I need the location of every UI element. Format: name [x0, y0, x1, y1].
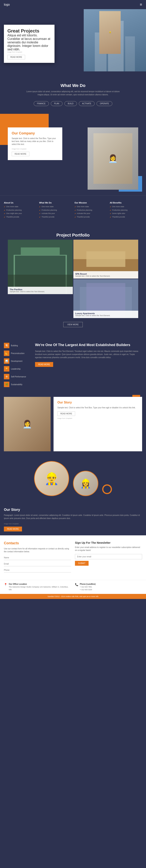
portfolio-item-spa: SPA Resort Sample text. Click to select … [74, 240, 138, 279]
footer-text: Sandals ©2012 - 2014 Anders Ade Pink, vi… [48, 595, 98, 597]
story1-read-more-button[interactable]: READ MORE [57, 411, 75, 416]
col-whatwedo-item3: ✔Activate this pour [39, 212, 71, 215]
contact-name-input[interactable] [4, 555, 71, 560]
col-whatwedo-item4: ✔Thankful provide [39, 216, 71, 218]
pill-plan[interactable]: PLAN [51, 101, 62, 106]
company-read-more-button[interactable]: READ MORE [12, 152, 29, 156]
what-we-do-description: Lorem ipsum dolor sit amet, consectetur … [24, 90, 122, 96]
contact-email-input[interactable] [4, 562, 71, 566]
location-icon: 📍 [4, 583, 7, 586]
story2-image-label: Image from Unsplash [4, 523, 142, 525]
story1-description: Sample text. Click to select the Text Bo… [57, 406, 138, 409]
col-about-item3: ✔One might also your [4, 212, 36, 215]
col-mission-item1: ✔One more state [75, 206, 107, 208]
info-columns: About Us ✔One more state ✔Productive pla… [0, 195, 146, 225]
hero-card: Great Projects Aliqua eid elit lobortis.… [4, 25, 55, 63]
portfolio-right-col: SPA Resort Sample text. Click to select … [74, 240, 138, 318]
portfolio-desc-pavilion: Sample text. Click to select the Text El… [10, 291, 71, 292]
address-phone-text: Phone (Landline) + 312 633 7891 + 312 63… [80, 583, 95, 591]
newsletter-submit-button[interactable]: SUBMIT [75, 561, 89, 566]
company-description: Sample text. Click to select the Text Bo… [12, 137, 58, 146]
portfolio-desc-apartments: Sample text. Click to select the Text El… [75, 315, 137, 316]
address-office-text: Our Office Location The Awesome Design S… [9, 583, 71, 591]
address-row: 📍 Our Office Location The Awesome Design… [0, 580, 146, 594]
col-about-item4: ✔Thankful provide [4, 216, 36, 218]
company-title: Our Company [12, 131, 58, 135]
portfolio-name-pavilion: The Pavilion [10, 288, 71, 291]
company-person-image: 👩‍💼 [88, 127, 138, 190]
builders-icon-sustainability: 🌿 Sustainability [4, 382, 31, 387]
footer: Sandals ©2012 - 2014 Anders Ade Pink, vi… [0, 594, 146, 599]
story2-read-more-button[interactable]: READ MORE [4, 527, 22, 531]
builders-section: 🏗 Building 📐 Preconstruction 📊 Developme… [0, 339, 146, 391]
builders-icon-building: 🏗 Building [4, 343, 31, 348]
builders-label-building: Building [11, 344, 18, 347]
story1-card: 👩‍💼 Our Story Sample text. Click to sele… [4, 397, 142, 451]
portfolio-label-pavilion: The Pavilion Sample text. Click to selec… [8, 287, 73, 294]
builders-read-more-button[interactable]: READ MORE [35, 362, 53, 367]
builders-label-development: Development [11, 360, 22, 362]
office-title: Our Office Location [9, 583, 71, 585]
contacts-section: Contacts Use our contact form for all in… [0, 535, 146, 580]
pill-build[interactable]: BUILD [64, 101, 77, 106]
view-more-button[interactable]: VIEW MORE [63, 322, 83, 327]
portrait-2: 👷‍♀️ [73, 471, 98, 496]
contacts-title: Contacts [4, 541, 71, 545]
svg-rect-4 [86, 251, 125, 267]
portfolio-item-apartments: Luxury Apartments Sample text. Click to … [74, 279, 138, 318]
builders-title: We're One Of The Largest And Most Establ… [35, 343, 142, 347]
col-benefits-item1: ✔One more state [110, 206, 142, 208]
newsletter-email-input[interactable] [75, 554, 142, 559]
development-icon: 📊 [4, 358, 9, 364]
pill-activate[interactable]: ACTIVATE [79, 101, 95, 106]
navbar: logo ≡ [0, 0, 146, 9]
newsletter-section: Sign Up For The Newsletter Enter your em… [75, 541, 142, 574]
pill-finance[interactable]: FINANCE [34, 101, 49, 106]
builders-icons-list: 🏗 Building 📐 Preconstruction 📊 Developme… [4, 343, 31, 387]
company-section: Our Company Sample text. Click to select… [0, 114, 146, 195]
phone-icon: 📞 [75, 583, 78, 586]
col-mission-item4: ✔Thankful provide [75, 216, 107, 218]
portfolio-name-spa: SPA Resort [75, 273, 137, 275]
col-whatwedo-item2: ✔Productive planning [39, 209, 71, 212]
orange-ring-decoration [102, 485, 112, 494]
hero-image-label: Image from Unsplash [7, 51, 51, 53]
portfolio-desc-spa: Sample text. Click to select the Text El… [75, 275, 137, 277]
address-phone: 📞 Phone (Landline) + 312 633 7891 + 312 … [75, 583, 142, 591]
story2-section: Our Story Paragraph. Lorem ipsum dolor s… [0, 504, 146, 535]
portraits-row: 👷‍♂️ 👷‍♀️ [4, 461, 142, 496]
col-benefits-item3: ✔Some rights also [110, 212, 142, 215]
builders-label-selfperformance: Self-Performance [11, 376, 26, 378]
office-address: The Awesome Design Studio Company 123 Aw… [9, 586, 71, 591]
col-about-title: About Us [4, 202, 36, 204]
what-we-do-title: What We Do [4, 83, 142, 88]
hero-worker-image: 👷 [99, 11, 121, 54]
portfolio-label-spa: SPA Resort Sample text. Click to select … [74, 271, 138, 279]
col-whatwedo-title: What We Do [39, 202, 71, 204]
info-col-whatwedo: What We Do ✔One more state ✔Productive p… [39, 202, 71, 219]
portrait-1: 👷‍♂️ [34, 461, 69, 496]
hero-read-more-button[interactable]: READ MORE [7, 55, 25, 59]
hamburger-icon[interactable]: ≡ [140, 2, 142, 7]
builders-icon-development: 📊 Development [4, 358, 31, 364]
col-about-item1: ✔One more state [4, 206, 36, 208]
contact-phone-input[interactable] [4, 568, 71, 572]
builders-icon-selfperformance: ⚙ Self-Performance [4, 374, 31, 379]
info-col-about: About Us ✔One more state ✔Productive pla… [4, 202, 36, 219]
phone-number-2: + 312 633 3220 [80, 588, 95, 591]
contacts-description: Use our contact form for all information… [4, 547, 71, 553]
phone-number-1: + 312 633 7891 [80, 586, 95, 588]
leadership-icon: 🏆 [4, 366, 9, 372]
story2-title: Our Story [4, 508, 142, 512]
pill-operate[interactable]: OPERATE [96, 101, 112, 106]
story2-description: Paragraph. Lorem ipsum dolor sit amet, c… [4, 514, 142, 520]
nav-logo: logo [4, 3, 10, 6]
newsletter-description: Enter your email address to register to … [75, 546, 142, 552]
building-icon: 🏗 [4, 343, 9, 348]
portfolio-name-apartments: Luxury Apartments [75, 312, 137, 315]
newsletter-title: Sign Up For The Newsletter [75, 541, 142, 544]
builders-label-leadership: Leadership [11, 368, 21, 370]
hero-description: Aliqua eid elit lobortis. Curabitar at l… [7, 34, 51, 51]
story1-image-label: Image from Unsplash [57, 417, 138, 419]
portrait-container-2: 👷‍♀️ [73, 471, 98, 496]
